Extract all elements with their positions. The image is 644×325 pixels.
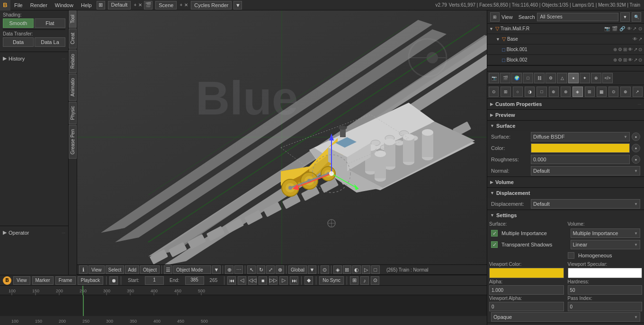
play-reverse-btn[interactable]: ◁◁	[248, 276, 257, 285]
play-btn[interactable]: ▷▷	[269, 276, 277, 285]
tab-creat[interactable]: Creat	[69, 28, 77, 48]
volume-header[interactable]: ▶ Volume	[487, 177, 644, 187]
settings-header[interactable]: ▼ Settings	[487, 210, 644, 220]
cursor-icon-3[interactable]: ↗	[634, 57, 637, 62]
object-menu-btn[interactable]: Object	[140, 265, 160, 274]
snap-icon[interactable]: ⋯	[234, 265, 243, 274]
transparent-shadows-checkbox[interactable]: ✓	[491, 241, 498, 248]
modifier-icon-3[interactable]: ⚙	[618, 57, 622, 62]
tab-data[interactable]: △	[557, 73, 567, 83]
window-menu[interactable]: Window	[51, 1, 77, 9]
prev-frame-btn[interactable]: ◁	[238, 276, 246, 285]
frame-btn[interactable]: Frame	[55, 276, 76, 285]
add-menu-btn[interactable]: Add	[125, 265, 139, 274]
mat-icon-9[interactable]: ⊞	[585, 87, 595, 97]
outliner-item-block001[interactable]: ▼ □ Block.001 ⊕ ⚙ ⊞ 👁 ↗ ⊙	[487, 44, 644, 55]
right-search-btn[interactable]: Search	[519, 14, 535, 20]
stop-btn[interactable]: ■	[259, 276, 267, 285]
game-logic-icon[interactable]: ▷	[362, 265, 370, 274]
add-scene-btn[interactable]: +	[179, 2, 183, 8]
eye-icon-3[interactable]: 👁	[628, 57, 633, 62]
operator-section[interactable]: ▶ Operator ···	[0, 228, 68, 237]
constraints-icon-2[interactable]: ⊕	[613, 47, 617, 52]
tab-constraints[interactable]: ⛓	[534, 73, 545, 83]
sampling-dropdown[interactable]: Linear ▼	[571, 240, 641, 249]
multiple-importance-checkbox[interactable]: ✓	[491, 230, 498, 237]
tab-object[interactable]: □	[523, 73, 533, 83]
render-eye-icon-3[interactable]: ⊙	[638, 57, 642, 62]
file-menu[interactable]: File	[10, 1, 27, 9]
tab-modifiers[interactable]: ⚙	[546, 73, 556, 83]
marker-btn[interactable]: Marker	[32, 276, 54, 285]
mat-icon-13[interactable]: ↗	[633, 87, 643, 97]
surface-header[interactable]: ▼ Surface	[487, 121, 644, 131]
surface-circle-btn[interactable]: ●	[632, 132, 640, 141]
roughness-circle-btn[interactable]: ●	[632, 155, 640, 164]
add-window-btn[interactable]: +	[133, 2, 137, 8]
alpha-value[interactable]: 1.000	[489, 285, 564, 295]
window-type-selector[interactable]: Default	[108, 1, 131, 9]
close-scene-btn[interactable]: ✕	[183, 2, 189, 8]
mat-icon-6[interactable]: ⊕	[549, 87, 559, 97]
close-window-btn[interactable]: ✕	[137, 2, 143, 8]
overlay-icon[interactable]: ⊞	[343, 265, 351, 274]
mat-icon-5[interactable]: □	[537, 87, 546, 97]
surface-dropdown[interactable]: Diffuse BSDF ▼	[531, 132, 630, 141]
tab-scene[interactable]: 🎬	[500, 73, 510, 83]
next-frame-btn[interactable]: ▷	[279, 276, 288, 285]
render-icon-0[interactable]: 🎬	[612, 26, 617, 31]
render-icon[interactable]: □	[371, 265, 380, 274]
outliner-item-train[interactable]: ▼ ▽ Train.Mall.F.R 📷 🎬 🔗 👁 ↗ ⊙	[487, 24, 644, 34]
render-engine-dropdown[interactable]: ▼	[233, 1, 242, 9]
mat-icon-2[interactable]: ⊞	[501, 87, 510, 97]
history-section[interactable]: ▶ History ···	[0, 53, 68, 63]
link-icon-0[interactable]: 🔗	[619, 26, 625, 31]
mat-icon-4[interactable]: ◑	[525, 87, 535, 97]
viewport-info-icon[interactable]: ℹ	[79, 265, 88, 274]
mat-icon-11[interactable]: ⊙	[608, 87, 618, 97]
color-swatch[interactable]	[531, 143, 630, 153]
mat-icon-10[interactable]: ▦	[597, 87, 607, 97]
cursor-icon-1[interactable]: ↗	[638, 36, 642, 42]
opaque-dropdown[interactable]: Opaque ▼	[491, 312, 640, 322]
mat-icon-1[interactable]: ⊙	[489, 87, 499, 97]
viewport-spec-swatch[interactable]	[568, 268, 643, 278]
scale-icon[interactable]: ⤢	[266, 265, 275, 274]
all-scenes-selector[interactable]: All Scenes	[537, 13, 618, 21]
tab-physics[interactable]: ⊕	[591, 73, 601, 83]
search-icon[interactable]: 🔍	[632, 12, 641, 22]
normal-dropdown[interactable]: Default ▼	[531, 166, 640, 176]
mat-icon-7[interactable]: ⊗	[561, 87, 571, 97]
mode-dropdown-icon[interactable]: ▼	[212, 265, 221, 274]
tab-physics[interactable]: Physic	[69, 102, 77, 124]
help-menu[interactable]: Help	[77, 1, 96, 9]
mat-icon-3[interactable]: ○	[513, 87, 523, 97]
custom-props-header[interactable]: ▶ Custom Properties ···	[487, 99, 644, 109]
object-mode-selector[interactable]: Object Mode	[173, 265, 211, 274]
jump-start-btn[interactable]: ⏮	[227, 276, 236, 285]
volume-importance-dropdown[interactable]: Multiple Importance ▼	[571, 228, 641, 238]
tab-render[interactable]: 📷	[489, 73, 499, 83]
transform-icon[interactable]: ⊕	[276, 265, 284, 274]
cursor-icon-0[interactable]: ↗	[633, 26, 636, 31]
displacement-dropdown[interactable]: Default ▼	[531, 199, 640, 209]
tab-relations[interactable]: Relatio	[69, 50, 77, 73]
render-overlay-icon[interactable]: ◐	[352, 265, 361, 274]
global-selector[interactable]: Global	[288, 265, 307, 274]
keyframe-icon[interactable]: ◆	[304, 276, 313, 285]
playback-btn[interactable]: Playback	[78, 276, 104, 285]
hardness-value[interactable]: 50	[568, 285, 643, 295]
select-menu-btn[interactable]: Select	[106, 265, 125, 274]
smooth-button[interactable]: Smooth	[3, 18, 34, 28]
outliner-item-block002[interactable]: ▼ □ Block.002 ⊕ ⚙ ⊞ 👁 ↗ ⊙	[487, 55, 644, 65]
tab-particles[interactable]: ✦	[580, 73, 590, 83]
proportional-edit-icon[interactable]: ⊙	[321, 265, 329, 274]
tab-grease-pen[interactable]: Grease Pen	[69, 125, 77, 158]
scene-selector[interactable]: Scene	[155, 1, 177, 9]
mat-icon-12[interactable]: ⊕	[620, 87, 630, 97]
roughness-value[interactable]: 0.000	[531, 155, 630, 164]
app-icon[interactable]: B	[0, 0, 10, 10]
start-frame-input[interactable]: 1	[145, 276, 164, 285]
render-engine-selector[interactable]: Cycles Render	[191, 1, 232, 9]
viewport-alpha-value[interactable]: 0	[489, 302, 564, 311]
